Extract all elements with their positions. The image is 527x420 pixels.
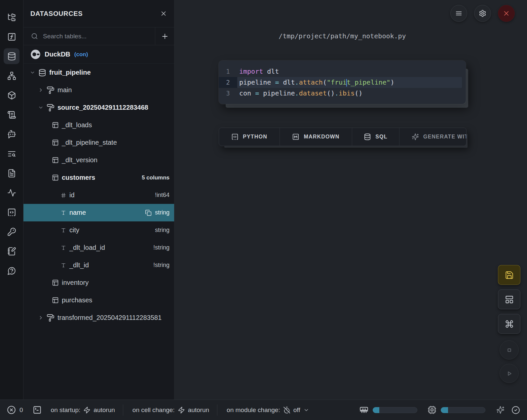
tree-row-fruit_pipeline[interactable]: fruit_pipeline (23, 64, 174, 81)
schema-icon (47, 86, 55, 94)
tree-row-id[interactable]: id!int64 (23, 186, 174, 204)
add-cell-sql-button[interactable]: SQL (352, 128, 399, 146)
rail-item-tracing[interactable] (5, 187, 18, 199)
run-button[interactable] (500, 364, 519, 383)
rail-item-scratchpad[interactable] (5, 245, 18, 257)
text-column-icon (60, 262, 66, 268)
rail-item-dependency-graph[interactable] (5, 70, 18, 82)
tree-row-_dlt_pipeline_state[interactable]: _dlt_pipeline_state (23, 134, 174, 151)
terminal-button[interactable] (33, 405, 42, 414)
tree-row-source_202504291112283468[interactable]: source_202504291112283468 (23, 99, 174, 116)
rail-item-snippets[interactable] (5, 206, 18, 218)
code-token: pipeline (259, 89, 295, 97)
table-icon (52, 279, 59, 286)
play-icon (505, 369, 513, 378)
rail-item-secrets[interactable] (5, 226, 18, 238)
on-startup-label: on startup: (51, 406, 81, 414)
add-datasource-button[interactable] (155, 27, 174, 45)
close-panel-button[interactable] (160, 10, 167, 17)
zap-icon (83, 406, 91, 414)
search-input[interactable] (42, 32, 155, 40)
panel-title: DATASOURCES (30, 10, 83, 18)
markdown-square-icon (292, 133, 299, 140)
menu-button[interactable] (450, 5, 467, 22)
rail-item-file-explorer[interactable] (5, 11, 18, 23)
add-cell-generate-wit-button[interactable]: GENERATE WIT (399, 128, 466, 146)
tree-row-city[interactable]: citystring (23, 221, 174, 239)
code-cell[interactable]: 1import dlt2pipeline = dlt.attach("fruit… (219, 60, 466, 104)
rail-item-ai-chat[interactable] (5, 128, 18, 140)
tree-row-customers[interactable]: customers5 columns (23, 169, 174, 186)
rail-item-logs[interactable] (5, 109, 18, 121)
line-number: 2 (219, 77, 237, 88)
tree-row-_dlt_version[interactable]: _dlt_version (23, 151, 174, 169)
on-cell-change-setting[interactable]: on cell change: autorun (132, 406, 209, 414)
error-indicator[interactable]: 0 (7, 405, 23, 414)
ai-sparkles-icon[interactable] (496, 406, 505, 414)
tree-label: id (69, 191, 75, 199)
add-cell-python-button[interactable]: PYTHON (219, 128, 280, 146)
tree-label: _dlt_pipeline_state (62, 139, 117, 146)
tree-row-purchases[interactable]: purchases (23, 291, 174, 309)
stop-button[interactable] (500, 340, 519, 360)
layout-toggle-button[interactable] (498, 289, 520, 309)
rail-item-find-replace[interactable] (5, 148, 18, 160)
tree-row-_dlt_load_id[interactable]: _dlt_load_id!string (23, 239, 174, 256)
cpu-meter (428, 405, 485, 414)
memory-bar (373, 407, 417, 413)
text-column-icon (60, 210, 66, 216)
on-module-change-setting[interactable]: on module change: off (227, 406, 309, 414)
layout-panel-icon (505, 295, 514, 304)
rail-item-help[interactable] (5, 265, 18, 277)
connection-row[interactable]: DuckDB (con) (23, 45, 174, 64)
code-token: . (335, 89, 339, 97)
tree-row-name[interactable]: namestring (23, 204, 174, 221)
settings-button[interactable] (474, 5, 491, 22)
table-icon (52, 122, 59, 129)
tree-label: _dlt_loads (62, 121, 92, 129)
add-cell-label: GENERATE WIT (423, 134, 466, 140)
tree-label: fruit_pipeline (49, 69, 91, 76)
rail-item-helper-functions[interactable] (5, 31, 18, 43)
rail-item-datasources[interactable] (4, 48, 19, 64)
tree-row-transformed_202504291112283581[interactable]: transformed_202504291112283581 (23, 309, 174, 326)
code-token: ) (391, 78, 395, 86)
table-icon (52, 139, 59, 146)
tree-meta: string (155, 209, 169, 216)
rail-item-packages[interactable] (5, 89, 18, 101)
search-icon (31, 33, 38, 40)
command-palette-button[interactable] (498, 314, 520, 334)
duckdb-logo-icon (30, 49, 41, 59)
tree-row-_dlt_loads[interactable]: _dlt_loads (23, 116, 174, 134)
line-number: 1 (219, 66, 237, 77)
tree-row-meta-group: !string (153, 244, 169, 251)
tree-row-_dlt_id[interactable]: _dlt_id!string (23, 256, 174, 274)
on-startup-setting[interactable]: on startup: autorun (51, 406, 115, 414)
schema-icon (47, 314, 55, 322)
tree-row-meta-group: 5 columns (142, 174, 169, 181)
chevron-down-icon (30, 70, 35, 75)
secrets-icon (7, 227, 16, 236)
helper-functions-icon (7, 32, 16, 41)
add-cell-buttons: PYTHONMARKDOWNSQLGENERATE WIT (219, 128, 467, 146)
tree-row-inventory[interactable]: inventory (23, 274, 174, 291)
documentation-icon (7, 169, 16, 178)
connection-ok-icon[interactable] (511, 406, 520, 414)
code-token: () (355, 89, 362, 97)
copy-icon (145, 210, 152, 216)
cpu-bar (441, 407, 485, 413)
circle-x-icon (7, 405, 16, 414)
datasources-panel: DATASOURCES DuckDB (con) fruit_pipelinem… (23, 0, 174, 400)
memory-icon (359, 405, 368, 414)
close-icon (503, 10, 510, 17)
schema-tree: fruit_pipelinemainsource_202504291112283… (23, 64, 174, 400)
snippets-icon (7, 208, 16, 217)
on-module-change-label: on module change: (227, 406, 280, 414)
save-button[interactable] (498, 265, 520, 285)
add-cell-markdown-button[interactable]: MARKDOWN (280, 128, 352, 146)
gear-icon (479, 10, 486, 17)
code-editor: 1import dlt2pipeline = dlt.attach("fruit… (219, 66, 466, 99)
shutdown-button[interactable] (498, 5, 515, 22)
rail-item-documentation[interactable] (5, 167, 18, 179)
tree-row-main[interactable]: main (23, 81, 174, 99)
